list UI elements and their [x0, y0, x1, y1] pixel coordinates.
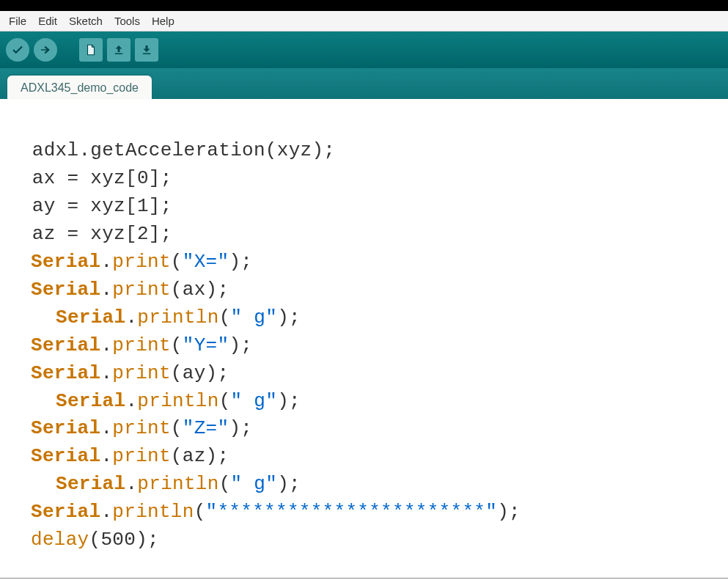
code-line: Serial.print("Z=");: [9, 415, 252, 443]
arrow-right-icon: [39, 43, 52, 56]
toolbar: [0, 32, 728, 68]
menu-file[interactable]: File: [3, 12, 32, 30]
check-icon: [11, 43, 24, 56]
menu-bar: File Edit Sketch Tools Help: [0, 11, 728, 32]
code-line: Serial.println(" g");: [9, 304, 301, 332]
open-sketch-button[interactable]: [107, 38, 130, 62]
code-line: ax = xyz[0];: [9, 167, 172, 189]
code-line: Serial.print(ay);: [9, 360, 229, 388]
code-line: Serial.print(ax);: [9, 276, 229, 304]
sketch-tab[interactable]: ADXL345_demo_code: [7, 76, 152, 99]
menu-edit[interactable]: Edit: [32, 12, 63, 30]
menu-help[interactable]: Help: [146, 12, 180, 30]
code-line: Serial.print("X=");: [9, 249, 252, 276]
code-line: Serial.println(" g");: [9, 471, 301, 499]
code-line: Serial.print(az);: [9, 443, 229, 471]
code-line: Serial.println(" g");: [9, 388, 301, 416]
arrow-up-icon: [112, 43, 125, 56]
code-line: az = xyz[2];: [9, 223, 172, 245]
menu-sketch[interactable]: Sketch: [63, 12, 109, 30]
code-line: Serial.println("***********************"…: [9, 499, 521, 526]
code-editor[interactable]: adxl.getAcceleration(xyz); ax = xyz[0]; …: [0, 99, 728, 579]
new-sketch-button[interactable]: [79, 38, 103, 62]
code-line: ay = xyz[1];: [9, 195, 172, 217]
save-sketch-button[interactable]: [135, 38, 158, 62]
verify-button[interactable]: [6, 38, 29, 62]
code-line: adxl.getAcceleration(xyz);: [9, 139, 335, 161]
title-bar-black: [0, 0, 728, 11]
tab-strip: ADXL345_demo_code: [0, 68, 728, 99]
menu-tools[interactable]: Tools: [109, 12, 146, 30]
file-icon: [84, 43, 98, 56]
arrow-down-icon: [140, 43, 153, 56]
svg-rect-1: [143, 54, 151, 55]
code-line: Serial.print("Y=");: [9, 332, 252, 360]
code-line: delay(500);: [9, 526, 159, 554]
upload-button[interactable]: [34, 38, 57, 62]
svg-rect-0: [115, 54, 123, 55]
